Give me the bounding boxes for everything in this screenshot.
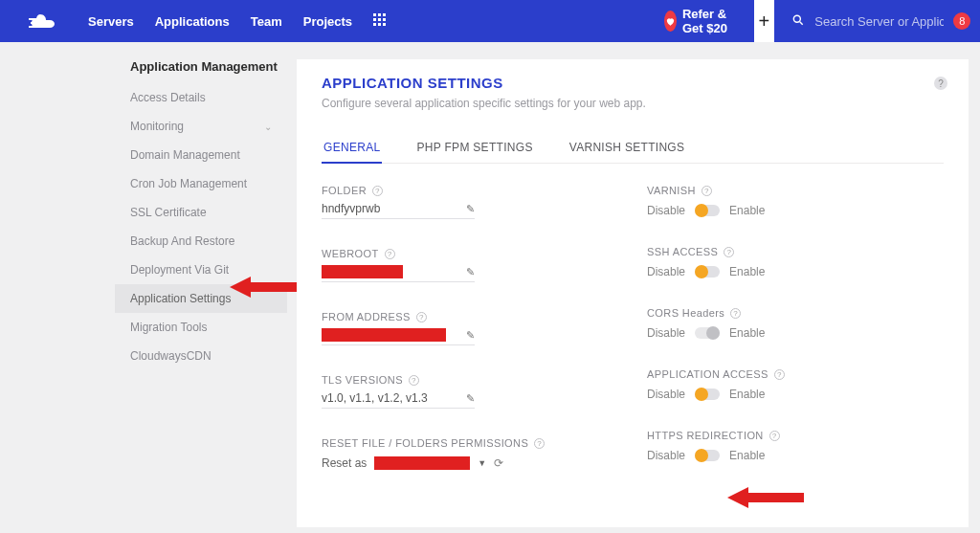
refer-button[interactable]: Refer & Get $20 bbox=[664, 7, 736, 35]
field-label: HTTPS REDIRECTION bbox=[647, 430, 764, 441]
info-icon[interactable]: ? bbox=[385, 249, 395, 259]
svg-marker-16 bbox=[727, 487, 804, 508]
nav-team[interactable]: Team bbox=[251, 14, 282, 29]
tab-php-fpm[interactable]: PHP FPM SETTINGS bbox=[414, 133, 534, 163]
annotation-arrow bbox=[727, 485, 804, 510]
field-label: FROM ADDRESS bbox=[322, 311, 411, 322]
tab-general[interactable]: GENERAL bbox=[322, 133, 382, 164]
apps-grid-icon[interactable] bbox=[373, 13, 387, 30]
field-label: SSH ACCESS bbox=[647, 246, 718, 257]
svg-line-13 bbox=[800, 21, 803, 24]
reset-value bbox=[374, 456, 470, 470]
varnish-toggle[interactable] bbox=[695, 205, 720, 216]
search-input[interactable] bbox=[814, 14, 944, 29]
heart-icon bbox=[664, 11, 677, 32]
info-icon[interactable]: ? bbox=[416, 312, 427, 322]
info-icon[interactable]: ? bbox=[724, 247, 734, 257]
search-box: 8 bbox=[778, 0, 980, 42]
page-subtitle: Configure several application specific s… bbox=[322, 97, 944, 110]
field-application-access: APPLICATION ACCESS? DisableEnable bbox=[647, 368, 944, 401]
https-toggle[interactable] bbox=[695, 450, 720, 461]
sidebar-item-access-details[interactable]: Access Details bbox=[115, 83, 287, 112]
sidebar-item-cron-job-management[interactable]: Cron Job Management bbox=[115, 169, 287, 198]
sidebar-item-label: Access Details bbox=[130, 91, 206, 104]
info-icon[interactable]: ? bbox=[769, 431, 780, 441]
svg-marker-15 bbox=[230, 277, 297, 298]
field-from-address: FROM ADDRESS? ✎ bbox=[322, 311, 609, 345]
info-icon[interactable]: ? bbox=[409, 375, 419, 386]
field-label: CORS Headers bbox=[647, 307, 724, 319]
field-label: VARNISH bbox=[647, 185, 696, 196]
field-label: APPLICATION ACCESS bbox=[647, 368, 768, 380]
field-folder: FOLDER? hndfyvprwb✎ bbox=[322, 185, 609, 219]
sidebar-item-monitoring[interactable]: Monitoring⌄ bbox=[115, 112, 287, 141]
edit-icon[interactable]: ✎ bbox=[466, 329, 475, 342]
nav-servers[interactable]: Servers bbox=[88, 14, 134, 29]
svg-point-12 bbox=[794, 15, 801, 22]
svg-rect-7 bbox=[378, 18, 381, 21]
edit-icon[interactable]: ✎ bbox=[466, 266, 475, 278]
enable-label: Enable bbox=[729, 449, 765, 462]
edit-icon[interactable]: ✎ bbox=[466, 392, 475, 405]
sidebar-item-label: Domain Management bbox=[130, 148, 240, 162]
sidebar-title: Application Management bbox=[115, 59, 287, 74]
appaccess-toggle[interactable] bbox=[695, 389, 720, 400]
refresh-icon[interactable]: ⟳ bbox=[494, 456, 503, 470]
svg-rect-2 bbox=[29, 26, 36, 28]
sidebar-item-migration-tools[interactable]: Migration Tools bbox=[115, 313, 287, 342]
help-icon[interactable]: ? bbox=[934, 77, 947, 90]
info-icon[interactable]: ? bbox=[774, 369, 785, 380]
sidebar-item-ssl-certificate[interactable]: SSL Certificate bbox=[115, 198, 287, 227]
sidebar-item-label: SSL Certificate bbox=[130, 206, 207, 219]
svg-rect-4 bbox=[378, 13, 381, 16]
svg-rect-5 bbox=[383, 13, 386, 16]
info-icon[interactable]: ? bbox=[730, 308, 741, 319]
logo[interactable] bbox=[29, 11, 71, 31]
sidebar-item-label: Application Settings bbox=[130, 292, 231, 305]
tab-varnish[interactable]: VARNISH SETTINGS bbox=[568, 133, 687, 163]
sidebar-item-cloudwayscdn[interactable]: CloudwaysCDN bbox=[115, 342, 287, 370]
caret-down-icon[interactable]: ▼ bbox=[478, 458, 486, 468]
svg-rect-1 bbox=[31, 22, 38, 24]
annotation-arrow bbox=[230, 275, 297, 300]
disable-label: Disable bbox=[647, 449, 685, 462]
nav-applications[interactable]: Applications bbox=[155, 14, 230, 29]
tls-value: v1.0, v1.1, v1.2, v1.3 bbox=[322, 391, 466, 405]
sidebar-item-domain-management[interactable]: Domain Management bbox=[115, 141, 287, 169]
enable-label: Enable bbox=[729, 204, 765, 217]
svg-rect-6 bbox=[373, 18, 376, 21]
add-button[interactable]: + bbox=[754, 0, 775, 42]
info-icon[interactable]: ? bbox=[372, 186, 383, 196]
svg-rect-3 bbox=[373, 13, 376, 16]
cors-toggle[interactable] bbox=[695, 327, 720, 339]
field-ssh-access: SSH ACCESS? DisableEnable bbox=[647, 246, 944, 278]
svg-rect-0 bbox=[29, 18, 36, 20]
disable-label: Disable bbox=[647, 265, 685, 278]
enable-label: Enable bbox=[729, 265, 765, 278]
sidebar-item-backup-restore[interactable]: Backup And Restore bbox=[115, 227, 287, 255]
sidebar-item-label: Migration Tools bbox=[130, 321, 207, 334]
enable-label: Enable bbox=[729, 388, 765, 401]
field-webroot: WEBROOT? ✎ bbox=[322, 248, 609, 282]
sidebar-item-label: Cron Job Management bbox=[130, 177, 247, 190]
info-icon[interactable]: ? bbox=[534, 438, 545, 449]
sidebar-item-label: Deployment Via Git bbox=[130, 263, 229, 277]
ssh-toggle[interactable] bbox=[695, 266, 720, 278]
tabs: GENERAL PHP FPM SETTINGS VARNISH SETTING… bbox=[322, 133, 944, 164]
field-tls-versions: TLS VERSIONS? v1.0, v1.1, v1.2, v1.3✎ bbox=[322, 374, 609, 409]
top-bar: Servers Applications Team Projects Refer… bbox=[0, 0, 980, 42]
search-icon bbox=[791, 13, 805, 30]
sidebar-item-label: CloudwaysCDN bbox=[130, 349, 212, 363]
nav-projects[interactable]: Projects bbox=[303, 14, 352, 29]
reset-prefix: Reset as bbox=[322, 456, 367, 470]
sidebar-item-label: Monitoring bbox=[130, 120, 184, 133]
field-varnish: VARNISH? DisableEnable bbox=[647, 185, 944, 217]
disable-label: Disable bbox=[647, 326, 685, 340]
edit-icon[interactable]: ✎ bbox=[466, 203, 475, 215]
svg-rect-9 bbox=[373, 23, 376, 26]
field-https-redirection: HTTPS REDIRECTION? DisableEnable bbox=[647, 430, 944, 462]
folder-value: hndfyvprwb bbox=[322, 202, 466, 215]
refer-label: Refer & Get $20 bbox=[682, 7, 737, 35]
notifications-badge[interactable]: 8 bbox=[953, 12, 970, 30]
info-icon[interactable]: ? bbox=[702, 186, 712, 196]
